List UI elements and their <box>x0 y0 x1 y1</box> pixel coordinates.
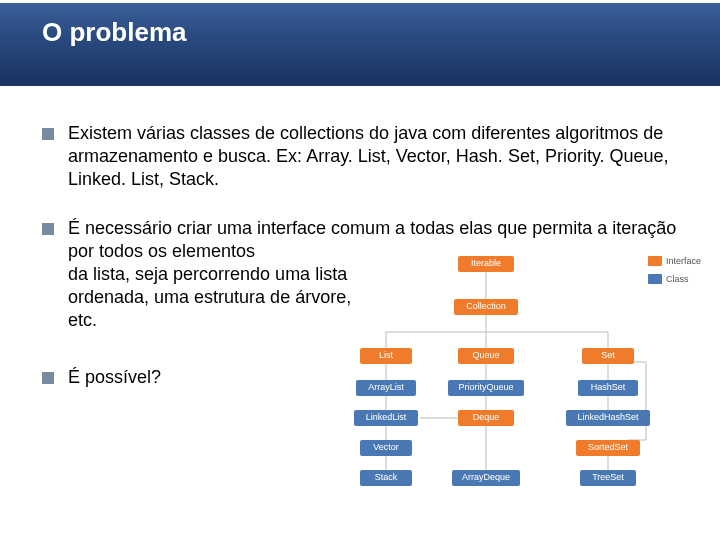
node-sortedset: SortedSet <box>576 440 640 456</box>
node-set: Set <box>582 348 634 364</box>
bullet-2-rest: da lista, seja percorrendo uma lista ord… <box>68 264 351 330</box>
legend-class-label: Class <box>666 274 689 284</box>
node-arraylist: ArrayList <box>356 380 416 396</box>
bullet-marker-icon <box>42 372 54 384</box>
node-priorityqueue: PriorityQueue <box>448 380 524 396</box>
bullet-3-text: É possível? <box>68 366 161 389</box>
node-collection: Collection <box>454 299 518 315</box>
node-deque: Deque <box>458 410 514 426</box>
legend-interface: Interface <box>648 256 701 266</box>
node-queue: Queue <box>458 348 514 364</box>
legend-class-swatch <box>648 274 662 284</box>
node-arraydeque: ArrayDeque <box>452 470 520 486</box>
legend-class: Class <box>648 274 689 284</box>
legend-interface-label: Interface <box>666 256 701 266</box>
bullet-marker-icon <box>42 223 54 235</box>
node-linkedhashset: LinkedHashSet <box>566 410 650 426</box>
legend-interface-swatch <box>648 256 662 266</box>
node-stack: Stack <box>360 470 412 486</box>
node-hashset: HashSet <box>578 380 638 396</box>
node-treeset: TreeSet <box>580 470 636 486</box>
collections-diagram: Interface Class Iterable Collection List… <box>346 254 706 520</box>
bullet-1-text: Existem várias classes de collections do… <box>68 122 686 191</box>
bullet-marker-icon <box>42 128 54 140</box>
node-vector: Vector <box>360 440 412 456</box>
bullet-1: Existem várias classes de collections do… <box>42 122 686 191</box>
node-linkedlist: LinkedList <box>354 410 418 426</box>
slide-header: O problema <box>0 0 720 86</box>
node-iterable: Iterable <box>458 256 514 272</box>
node-list: List <box>360 348 412 364</box>
slide-title: O problema <box>42 17 720 48</box>
